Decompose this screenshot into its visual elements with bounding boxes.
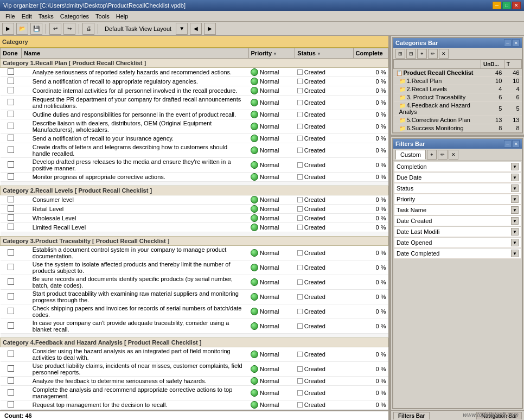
filter-item[interactable]: Date Completed ▼ bbox=[394, 249, 521, 259]
cat-table-row[interactable]: 📁6.Success Monitoring 8 8 bbox=[394, 124, 522, 132]
table-row[interactable]: Check shipping papers and invoices for r… bbox=[1, 304, 388, 319]
col-header-priority[interactable]: Priority▼ bbox=[248, 48, 295, 59]
table-row[interactable]: Analyze the feedback to determine seriou… bbox=[1, 377, 388, 386]
menu-help[interactable]: Help bbox=[113, 12, 132, 21]
task-checkbox[interactable] bbox=[1, 143, 22, 158]
menu-edit[interactable]: Edit bbox=[18, 12, 35, 21]
menu-tasks[interactable]: Tasks bbox=[35, 12, 57, 21]
filter-item[interactable]: Due Date ▼ bbox=[394, 173, 521, 183]
task-checkbox[interactable] bbox=[1, 386, 22, 400]
toolbar-undo-btn[interactable]: ↩ bbox=[49, 23, 61, 35]
table-row[interactable]: Be sure records and documents identify s… bbox=[1, 275, 388, 290]
col-header-done[interactable]: Done bbox=[1, 48, 22, 59]
maximize-button[interactable]: □ bbox=[502, 2, 511, 9]
cat-table-row[interactable]: 📁5.Corrective Action Plan 13 13 bbox=[394, 116, 522, 124]
filter-dropdown-btn[interactable]: ▼ bbox=[511, 195, 519, 203]
filter-item[interactable]: Date Opened ▼ bbox=[394, 238, 521, 248]
col-header-status[interactable]: Status▼ bbox=[295, 48, 353, 59]
task-checkbox[interactable] bbox=[1, 275, 22, 290]
col-header-name[interactable]: Name bbox=[22, 48, 248, 59]
task-checkbox[interactable] bbox=[1, 304, 22, 319]
task-checkbox[interactable] bbox=[1, 400, 22, 410]
task-checkbox[interactable] bbox=[1, 319, 22, 334]
table-row[interactable]: Establish a document control system in y… bbox=[1, 246, 388, 260]
task-table-container[interactable]: Done Name Priority▼ Status▼ Complete bbox=[0, 48, 388, 410]
menu-tools[interactable]: Tools bbox=[92, 12, 113, 21]
cat-collapse-btn[interactable]: ⊟ bbox=[406, 49, 416, 59]
task-checkbox[interactable] bbox=[1, 119, 22, 134]
menu-file[interactable]: File bbox=[2, 12, 18, 21]
table-row[interactable]: Wholesale Level Normal Created 0 % bbox=[1, 214, 388, 223]
filter-item[interactable]: Task Name ▼ bbox=[394, 205, 521, 215]
table-row[interactable]: Use the system to isolate affected produ… bbox=[1, 260, 388, 275]
table-row[interactable]: Consumer level Normal Created 0 % bbox=[1, 195, 388, 205]
cat-table-row[interactable]: 📁2.Recall Levels 4 4 bbox=[394, 85, 522, 93]
task-checkbox[interactable] bbox=[1, 158, 22, 173]
table-row[interactable]: Send a notification of recall to appropr… bbox=[1, 77, 388, 86]
task-checkbox[interactable] bbox=[1, 246, 22, 260]
task-checkbox[interactable] bbox=[1, 347, 22, 362]
table-row[interactable]: In case your company can't provide adequ… bbox=[1, 319, 388, 334]
filter-dropdown-btn[interactable]: ▼ bbox=[511, 174, 519, 181]
cat-table-row[interactable]: 📁3. Product Traceability 6 6 bbox=[394, 93, 522, 101]
cat-table-row[interactable]: 📋Product Recall Checklist 46 46 bbox=[394, 69, 522, 77]
task-checkbox[interactable] bbox=[1, 77, 22, 86]
toolbar-layout-btn[interactable]: ▼ bbox=[176, 23, 188, 35]
task-checkbox[interactable] bbox=[1, 362, 22, 377]
filter-edit-btn[interactable]: ✏ bbox=[438, 150, 448, 160]
task-checkbox[interactable] bbox=[1, 290, 22, 304]
table-row[interactable]: Consider using the hazard analysis as an… bbox=[1, 347, 388, 362]
filter-add-btn[interactable]: + bbox=[427, 150, 437, 160]
toolbar-print-btn[interactable]: 🖨 bbox=[82, 23, 94, 35]
table-row[interactable]: Outline duties and responsibilities for … bbox=[1, 110, 388, 119]
table-row[interactable]: Develop drafted press releases to the me… bbox=[1, 158, 388, 173]
task-checkbox[interactable] bbox=[1, 377, 22, 386]
cat-add-btn[interactable]: + bbox=[417, 49, 427, 59]
task-checkbox[interactable] bbox=[1, 223, 22, 232]
cat-edit-btn[interactable]: ✏ bbox=[428, 49, 438, 59]
filter-item[interactable]: Date Last Modifi ▼ bbox=[394, 227, 521, 237]
filter-item[interactable]: Status ▼ bbox=[394, 183, 521, 194]
toolbar-redo-btn[interactable]: ↪ bbox=[63, 23, 75, 35]
filter-dropdown-btn[interactable]: ▼ bbox=[511, 250, 519, 257]
toolbar-new-btn[interactable]: ▶ bbox=[2, 23, 14, 35]
filter-custom-btn[interactable]: Custom bbox=[395, 150, 426, 160]
task-checkbox[interactable] bbox=[1, 205, 22, 214]
cat-expand-btn[interactable]: ⊞ bbox=[395, 49, 405, 59]
categories-pin-btn[interactable]: ─ bbox=[504, 39, 512, 47]
table-row[interactable]: Create drafts of letters and telegrams d… bbox=[1, 143, 388, 158]
categories-close-btn[interactable]: ✕ bbox=[512, 39, 520, 47]
task-checkbox[interactable] bbox=[1, 96, 22, 110]
filter-dropdown-btn[interactable]: ▼ bbox=[511, 206, 519, 214]
table-row[interactable]: Describe liaison with dealers, distribut… bbox=[1, 119, 388, 134]
table-row[interactable]: Request the PR department of your compan… bbox=[1, 96, 388, 110]
cat-delete-btn[interactable]: ✕ bbox=[439, 49, 449, 59]
table-row[interactable]: Send a notification of recall to your in… bbox=[1, 134, 388, 143]
filter-item[interactable]: Priority ▼ bbox=[394, 194, 521, 205]
filter-dropdown-btn[interactable]: ▼ bbox=[511, 228, 519, 236]
task-checkbox[interactable] bbox=[1, 195, 22, 205]
task-checkbox[interactable] bbox=[1, 68, 22, 77]
table-row[interactable]: Request top management for the decision … bbox=[1, 400, 388, 410]
table-row[interactable]: Start product traceability with examinin… bbox=[1, 290, 388, 304]
filter-dropdown-btn[interactable]: ▼ bbox=[511, 163, 519, 170]
filter-dropdown-btn[interactable]: ▼ bbox=[511, 239, 519, 246]
task-checkbox[interactable] bbox=[1, 134, 22, 143]
task-checkbox[interactable] bbox=[1, 214, 22, 223]
filters-close-btn[interactable]: ✕ bbox=[512, 140, 520, 148]
filter-dropdown-btn[interactable]: ▼ bbox=[511, 184, 519, 192]
minimize-button[interactable]: ─ bbox=[493, 2, 501, 9]
task-checkbox[interactable] bbox=[1, 260, 22, 275]
filter-item[interactable]: Completion ▼ bbox=[394, 162, 521, 172]
table-row[interactable]: Retail Level Normal Created 0 % bbox=[1, 205, 388, 214]
tab-filters-bar[interactable]: Filters Bar bbox=[393, 412, 430, 419]
toolbar-save-btn[interactable]: 💾 bbox=[30, 23, 42, 35]
table-row[interactable]: Use product liability claims, incidents … bbox=[1, 362, 388, 377]
toolbar-layout-next[interactable]: ▶ bbox=[204, 23, 216, 35]
filters-pin-btn[interactable]: ─ bbox=[504, 140, 512, 148]
filter-delete-btn[interactable]: ✕ bbox=[449, 150, 458, 160]
menu-categories[interactable]: Categories bbox=[57, 12, 92, 21]
table-row[interactable]: Analyze seriousness of reported safety h… bbox=[1, 68, 388, 77]
table-row[interactable]: Monitor progress of appropriate correcti… bbox=[1, 173, 388, 182]
cat-table-row[interactable]: 📁1.Recall Plan 10 10 bbox=[394, 77, 522, 85]
